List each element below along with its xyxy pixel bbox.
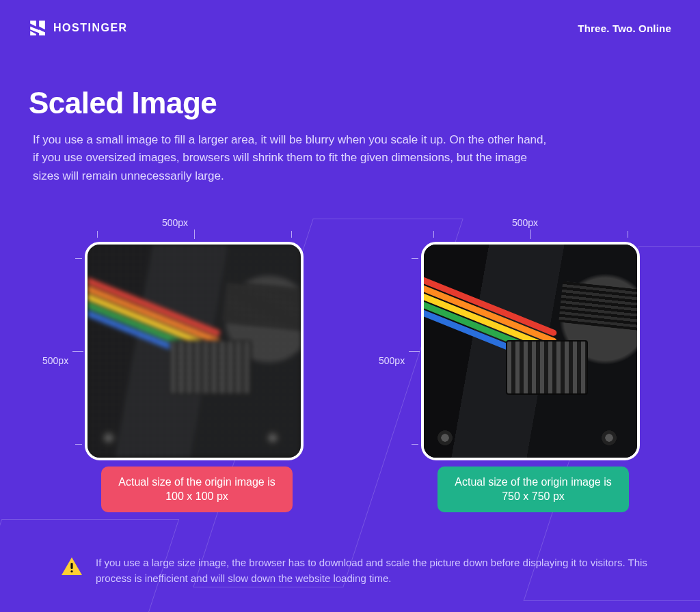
hardware-image [88,245,301,458]
warning-text: If you use a large size image, the brows… [96,555,675,587]
dimension-height-label: 500px [379,355,405,366]
ruler-tick [75,258,82,259]
hardware-image [424,245,637,458]
svg-marker-0 [30,20,36,27]
svg-marker-1 [39,20,45,29]
ruler-tick [628,231,628,238]
image-detail [101,430,116,445]
caption-downscaled: Actual size of the origin image is 750 x… [438,467,629,512]
ruler-tick [75,444,82,445]
image-frame-blurry [85,242,304,460]
panel-upscaled: 500px 500px Actual size of the origin im… [0,217,350,504]
ruler-tick [412,258,418,259]
ruler-tick [72,351,83,352]
image-detail [170,340,252,395]
ruler-tick [291,231,292,238]
ruler-tick [530,230,531,239]
image-detail [88,291,218,352]
warning-bar: If you use a large size image, the brows… [62,555,675,587]
svg-marker-4 [39,29,45,36]
dimension-height-label: 500px [42,355,68,366]
image-detail [438,430,453,445]
ruler-tick [433,231,434,238]
page-title: Scaled Image [29,86,217,120]
panel-downscaled: 500px 500px Actual size of the origin im… [350,217,700,504]
svg-rect-6 [70,563,72,569]
image-frame-sharp [421,242,640,460]
page-body: If you use a small image to fill a large… [33,131,552,185]
ruler-tick [97,231,98,238]
brand-logo: HOSTINGER [29,19,128,37]
comparison-panels: 500px 500px Actual size of the origin im… [0,217,700,504]
image-detail [558,281,637,331]
brand-name: HOSTINGER [53,22,128,34]
warning-icon [62,557,82,575]
image-detail [88,299,215,359]
image-detail [88,307,212,365]
dimension-width-label: 500px [512,217,538,228]
image-detail [602,430,617,445]
caption-upscaled: Actual size of the origin image is 100 x… [101,467,293,512]
hostinger-logo-icon [29,19,46,37]
header: HOSTINGER Three. Two. Online [29,19,671,37]
ruler-tick [409,351,420,352]
svg-rect-7 [70,570,72,572]
image-detail [222,281,301,331]
dimension-width-label: 500px [162,217,188,228]
tagline: Three. Two. Online [578,23,671,34]
image-detail [88,275,221,337]
image-detail [265,430,280,445]
image-detail [506,340,588,395]
ruler-tick [194,230,195,239]
ruler-tick [412,444,418,445]
image-detail [88,283,221,345]
svg-marker-3 [30,31,36,36]
